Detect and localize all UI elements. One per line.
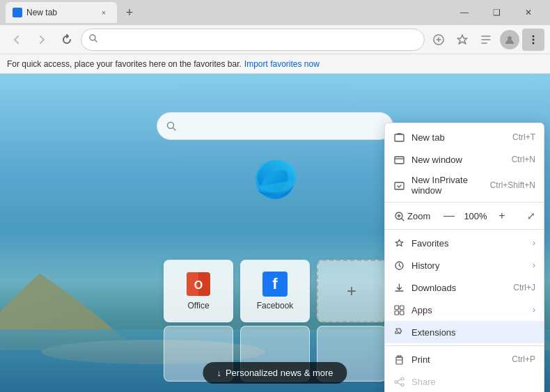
svg-rect-23 [398, 356, 401, 357]
divider-3 [385, 345, 544, 346]
minimize-button[interactable]: — [448, 0, 480, 25]
zoom-label: Zoom [407, 211, 435, 221]
inprivate-icon [393, 180, 404, 191]
apps-icon [393, 304, 404, 315]
menu-item-print[interactable]: Print Ctrl+P [385, 348, 544, 370]
search-box[interactable] [157, 112, 393, 140]
menu-item-downloads[interactable]: Downloads Ctrl+J [385, 276, 544, 299]
facebook-label: Facebook [257, 301, 294, 311]
svg-rect-21 [400, 311, 404, 315]
edge-logo [251, 157, 299, 206]
zoom-in-button[interactable]: + [494, 207, 510, 224]
zoom-row: Zoom — 100% + ⤢ [385, 205, 544, 227]
downloads-icon [393, 282, 404, 293]
collections-button[interactable] [475, 29, 497, 51]
history-arrow: › [533, 260, 535, 270]
print-icon [393, 354, 404, 365]
svg-rect-20 [395, 311, 399, 315]
downloads-label: Downloads [411, 283, 506, 293]
favorites-menu-icon [393, 237, 404, 249]
navigation-bar [0, 25, 550, 54]
zoom-out-button[interactable]: — [441, 207, 457, 224]
quick-tiles: O Office f Facebook + [164, 260, 386, 322]
favorites-button[interactable] [451, 29, 473, 51]
facebook-tile[interactable]: f Facebook [240, 260, 310, 322]
share-icon [393, 376, 404, 387]
new-tab-button[interactable]: + [120, 3, 139, 22]
divider-2 [385, 229, 544, 230]
svg-point-8 [168, 123, 174, 129]
search-input[interactable] [182, 120, 384, 132]
back-button[interactable] [6, 29, 28, 51]
new-tab-label: New tab [411, 132, 505, 143]
divider-1 [385, 202, 544, 203]
tab-close-button[interactable]: × [97, 6, 110, 19]
svg-rect-12 [395, 134, 404, 141]
print-shortcut: Ctrl+P [512, 354, 535, 364]
search-icon [166, 120, 177, 132]
address-input[interactable] [102, 34, 417, 45]
office-icon: O [186, 272, 211, 297]
nav-right-icons [427, 29, 544, 51]
extensions-icon [393, 327, 404, 338]
svg-point-6 [533, 42, 535, 44]
history-label: History [411, 260, 526, 271]
svg-rect-19 [400, 306, 404, 310]
news-arrow-icon: ↓ [217, 368, 221, 378]
browser-essentials-button[interactable] [427, 29, 450, 51]
menu-item-inprivate[interactable]: New InPrivate window Ctrl+Shift+N [385, 171, 544, 200]
zoom-value: 100% [463, 211, 488, 221]
add-icon: + [347, 281, 356, 301]
news-label: Personalized news & more [226, 368, 333, 378]
svg-point-25 [401, 377, 404, 380]
title-bar: New tab × + — ❑ ✕ [0, 0, 550, 25]
refresh-button[interactable] [56, 29, 78, 51]
close-window-button[interactable]: ✕ [512, 0, 544, 25]
tab-favicon [13, 8, 22, 17]
fav-bar-text: For quick access, place your favorites h… [7, 59, 242, 69]
menu-item-new-window[interactable]: New window Ctrl+N [385, 148, 544, 171]
apps-arrow: › [533, 305, 535, 315]
address-bar[interactable] [81, 29, 425, 51]
svg-rect-15 [395, 182, 404, 189]
svg-rect-13 [395, 157, 404, 164]
import-favorites-link[interactable]: Import favorites now [244, 59, 320, 69]
maximize-button[interactable]: ❑ [480, 0, 512, 25]
new-window-label: New window [411, 155, 505, 165]
print-label: Print [411, 354, 505, 365]
menu-item-apps[interactable]: Apps › [385, 299, 544, 321]
settings-menu-button[interactable] [522, 29, 544, 51]
menu-item-new-tab[interactable]: New tab Ctrl+T [385, 126, 544, 148]
favorites-arrow: › [533, 238, 535, 248]
browser-tab[interactable]: New tab × [6, 2, 117, 23]
svg-rect-0 [14, 9, 21, 16]
new-tab-icon [393, 132, 404, 143]
zoom-icon [393, 210, 404, 221]
window-controls: — ❑ ✕ [448, 0, 544, 25]
history-icon [393, 260, 404, 271]
profile-button[interactable] [498, 29, 521, 51]
search-icon [88, 33, 98, 45]
forward-button[interactable] [31, 29, 53, 51]
news-button[interactable]: ↓ Personalized news & more [203, 362, 347, 384]
zoom-controls: — 100% + [441, 207, 510, 224]
svg-point-26 [395, 380, 398, 383]
menu-item-share: Share [385, 370, 544, 392]
office-tile[interactable]: O Office [164, 260, 233, 322]
add-tile[interactable]: + [317, 260, 386, 322]
svg-point-27 [401, 384, 404, 386]
svg-rect-22 [396, 360, 402, 364]
menu-item-history[interactable]: History › [385, 254, 544, 276]
zoom-expand-button[interactable]: ⤢ [527, 210, 535, 221]
share-label: Share [411, 377, 535, 387]
menu-item-favorites[interactable]: Favorites › [385, 232, 544, 254]
facebook-icon: f [262, 272, 288, 297]
downloads-shortcut: Ctrl+J [513, 283, 535, 292]
context-menu: New tab Ctrl+T New window Ctrl+N New InP… [384, 123, 544, 392]
svg-point-4 [533, 35, 535, 37]
profile-avatar [500, 30, 519, 49]
svg-rect-18 [395, 306, 399, 310]
inprivate-shortcut: Ctrl+Shift+N [490, 180, 535, 190]
menu-item-extensions[interactable]: Extensions [385, 321, 544, 343]
favorites-menu-label: Favorites [411, 238, 526, 249]
